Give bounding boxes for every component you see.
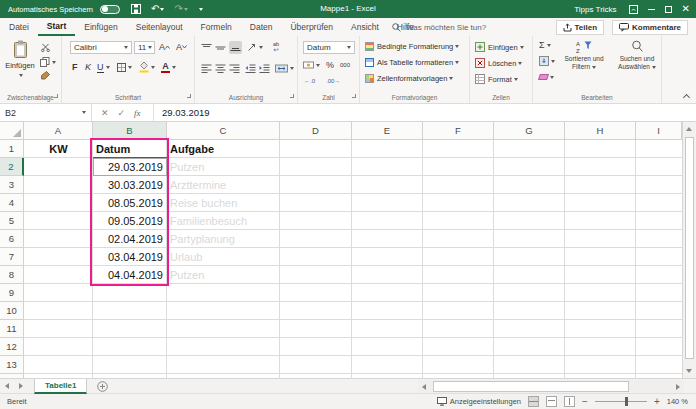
find-select-button[interactable]: Suchen und Auswählen: [615, 40, 659, 71]
delete-cells-button[interactable]: Löschen: [475, 58, 522, 68]
cell-styles-button[interactable]: Zellenformatvorlagen: [365, 74, 453, 83]
row-header-7[interactable]: 7: [0, 248, 24, 266]
display-settings-button[interactable]: Anzeigeeinstellungen: [437, 397, 521, 406]
row-header-2[interactable]: 2: [0, 158, 24, 176]
italic-button[interactable]: K: [85, 62, 91, 72]
tab-einfuegen[interactable]: Einfügen: [75, 18, 127, 36]
enter-check-icon[interactable]: ✓: [118, 108, 126, 118]
close-button[interactable]: ✕: [678, 0, 694, 18]
tab-ansicht[interactable]: Ansicht: [342, 18, 388, 36]
number-dialog-launcher[interactable]: [352, 94, 356, 98]
hscroll-right-icon[interactable]: [676, 384, 680, 390]
zoom-slider-thumb[interactable]: [625, 397, 628, 406]
align-middle-button[interactable]: [215, 43, 226, 52]
column-header-g[interactable]: G: [494, 122, 565, 140]
share-button[interactable]: Teilen: [556, 20, 605, 35]
collapse-ribbon-button[interactable]: [684, 92, 689, 102]
align-right-button[interactable]: [229, 64, 240, 73]
sort-filter-button[interactable]: AZ Sortieren und Filtern: [555, 40, 613, 71]
conditional-formatting-button[interactable]: Bedingte Formatierung: [365, 42, 459, 51]
column-header-c[interactable]: C: [167, 122, 280, 140]
tab-ueberpruefen[interactable]: Überprüfen: [281, 18, 342, 36]
align-bottom-button[interactable]: [229, 41, 242, 54]
tab-seitenlayout[interactable]: Seitenlayout: [127, 18, 192, 36]
page-layout-view-button[interactable]: [546, 396, 557, 407]
font-name-combo[interactable]: Calibri: [70, 41, 132, 54]
horizontal-scrollbar-thumb[interactable]: [433, 381, 629, 392]
select-all-button[interactable]: [0, 122, 24, 140]
row-header-1[interactable]: 1: [0, 140, 24, 158]
increase-indent-button[interactable]: [259, 64, 270, 73]
column-header-i[interactable]: I: [636, 122, 682, 140]
redo-button[interactable]: ↷: [170, 0, 191, 18]
alignment-dialog-launcher[interactable]: [290, 94, 294, 98]
cancel-icon[interactable]: ✕: [101, 108, 109, 118]
sheet-nav-right-icon[interactable]: [14, 383, 28, 389]
font-size-combo[interactable]: 11: [134, 41, 155, 54]
autosum-button[interactable]: Σ: [539, 40, 551, 50]
cell-b7[interactable]: 03.04.2019: [93, 248, 167, 266]
tell-me-search[interactable]: Was möchten Sie tun?: [392, 18, 486, 36]
undo-button[interactable]: ↶: [147, 0, 168, 18]
minimize-button[interactable]: [644, 0, 659, 18]
row-header-3[interactable]: 3: [0, 176, 24, 194]
cell-b5[interactable]: 09.05.2019: [93, 212, 167, 230]
row-header-9[interactable]: 9: [0, 284, 24, 302]
format-painter-button[interactable]: [41, 71, 50, 80]
paste-button[interactable]: Einfügen: [4, 40, 36, 80]
insert-cells-button[interactable]: Einfügen: [475, 42, 524, 52]
restore-button[interactable]: [661, 0, 676, 18]
percent-style-button[interactable]: %: [326, 60, 334, 70]
borders-button[interactable]: [117, 63, 132, 72]
sheet-nav-left-icon[interactable]: [0, 383, 14, 389]
column-header-f[interactable]: F: [423, 122, 494, 140]
number-format-combo[interactable]: Datum: [303, 41, 355, 54]
column-header-e[interactable]: E: [352, 122, 423, 140]
vertical-scrollbar[interactable]: [682, 122, 696, 378]
cell-c6[interactable]: Partyplanung: [167, 230, 280, 248]
format-as-table-button[interactable]: Als Tabelle formatieren: [365, 58, 459, 67]
cell-c7[interactable]: Urlaub: [167, 248, 280, 266]
row-header-6[interactable]: 6: [0, 230, 24, 248]
decrease-indent-button[interactable]: [245, 64, 256, 73]
align-top-button[interactable]: [201, 43, 212, 52]
customize-toolbar-button[interactable]: [194, 0, 207, 18]
row-header-10[interactable]: 10: [0, 302, 24, 320]
comma-style-button[interactable]: 000: [340, 62, 350, 68]
name-box[interactable]: B2: [0, 104, 92, 121]
autosave-toggle[interactable]: [100, 5, 120, 14]
orientation-button[interactable]: [247, 42, 263, 52]
cut-button[interactable]: [41, 43, 50, 52]
font-color-button[interactable]: A: [161, 61, 176, 73]
row-header-5[interactable]: 5: [0, 212, 24, 230]
cell-c5[interactable]: Familienbesuch: [167, 212, 280, 230]
hscroll-left-icon[interactable]: [422, 384, 426, 390]
sheet-tab-tabelle1[interactable]: Tabelle1: [34, 379, 87, 394]
insert-function-button[interactable]: fx: [134, 108, 141, 118]
page-break-view-button[interactable]: [564, 396, 575, 407]
fill-button[interactable]: [539, 56, 555, 66]
row-header-4[interactable]: 4: [0, 194, 24, 212]
new-sheet-button[interactable]: [97, 381, 108, 392]
vertical-scrollbar-thumb[interactable]: [685, 137, 694, 359]
clear-button[interactable]: [539, 74, 554, 80]
font-dialog-launcher[interactable]: [187, 94, 191, 98]
formula-input[interactable]: 29.03.2019: [154, 104, 696, 121]
column-header-h[interactable]: H: [565, 122, 636, 140]
cell-c1[interactable]: Aufgabe: [167, 140, 280, 158]
cell-b8[interactable]: 04.04.2019: [93, 266, 167, 284]
ribbon-display-options-button[interactable]: [625, 0, 642, 18]
cell-c4[interactable]: Reise buchen: [167, 194, 280, 212]
column-header-a[interactable]: A: [24, 122, 93, 140]
wrap-text-button[interactable]: ab↩: [273, 41, 279, 53]
increase-font-button[interactable]: A: [159, 42, 170, 52]
cell-c3[interactable]: Arzttermine: [167, 176, 280, 194]
save-icon[interactable]: [127, 0, 145, 18]
zoom-in-button[interactable]: +: [654, 396, 660, 407]
decrease-font-button[interactable]: A: [176, 42, 187, 52]
row-header-13[interactable]: 13: [0, 356, 24, 374]
tab-datei[interactable]: Datei: [0, 18, 38, 36]
merge-center-button[interactable]: [275, 64, 294, 73]
clipboard-dialog-launcher[interactable]: [54, 94, 58, 98]
row-header-8[interactable]: 8: [0, 266, 24, 284]
